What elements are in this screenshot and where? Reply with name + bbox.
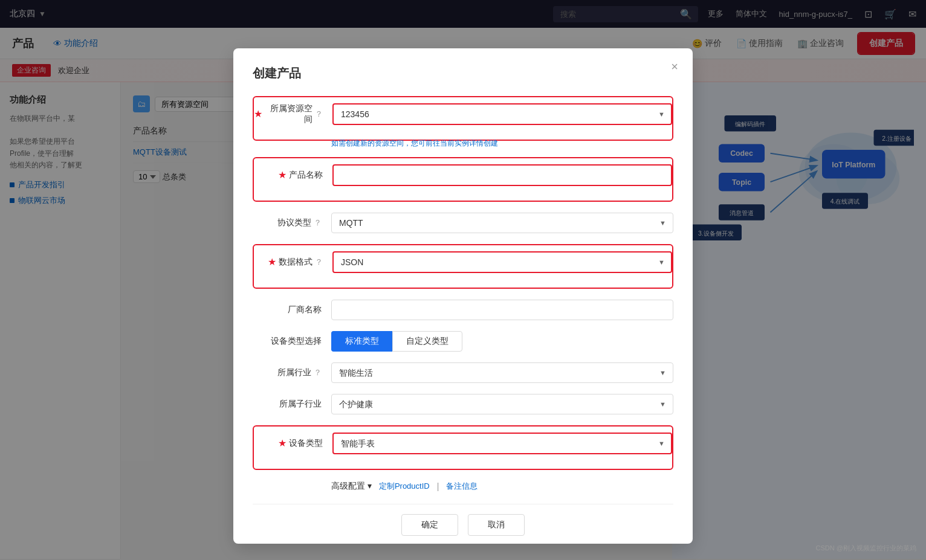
required-star: ★ — [278, 170, 287, 180]
confirm-button[interactable]: 确定 — [401, 514, 458, 536]
help-icon[interactable]: ？ — [314, 217, 322, 228]
device-type-select-row: 设备类型选择 标准类型 自定义类型 — [253, 331, 673, 352]
separator: | — [437, 481, 439, 491]
manufacturer-row: 厂商名称 — [253, 300, 673, 320]
data-format-control: JSON — [332, 251, 672, 273]
manufacturer-input[interactable] — [331, 300, 673, 320]
sub-industry-dropdown[interactable]: 个护健康 — [331, 394, 673, 414]
device-type-toggle-control: 标准类型 自定义类型 — [331, 331, 673, 352]
protocol-type-row: 协议类型 ？ MQTT — [253, 213, 673, 233]
product-name-input[interactable] — [332, 164, 672, 186]
protocol-type-label: 协议类型 ？ — [253, 217, 331, 228]
protocol-select-wrap: MQTT — [331, 213, 673, 233]
modal-overlay: 创建产品 × ★ 所属资源空间 ？ 123456 如需 — [0, 0, 926, 559]
product-name-row: ★ 产品名称 — [254, 164, 672, 186]
sub-industry-control: 个护健康 — [331, 394, 673, 414]
sub-industry-row: 所属子行业 个护健康 — [253, 394, 673, 414]
modal-close-button[interactable]: × — [671, 60, 678, 72]
help-icon[interactable]: ？ — [314, 367, 322, 378]
data-format-label: ★ 数据格式 ？ — [254, 257, 332, 268]
device-type-row: ★ 设备类型 智能手表 — [254, 433, 672, 454]
manufacturer-control — [331, 300, 673, 320]
help-icon[interactable]: ？ — [315, 109, 323, 120]
industry-control: 智能生活 — [331, 362, 673, 383]
industry-row: 所属行业 ？ 智能生活 — [253, 362, 673, 383]
remark-link[interactable]: 备注信息 — [446, 481, 478, 492]
data-format-dropdown[interactable]: JSON — [332, 251, 672, 273]
resource-space-dropdown[interactable]: 123456 — [332, 103, 672, 125]
manufacturer-label: 厂商名称 — [253, 304, 331, 315]
resource-space-row: ★ 所属资源空间 ？ 123456 — [254, 103, 672, 125]
device-type-dropdown[interactable]: 智能手表 — [332, 433, 672, 454]
required-star: ★ — [254, 109, 262, 119]
watermark: CSDN @刚入视频监控行业的菜鸡 — [816, 544, 916, 553]
device-type-label: ★ 设备类型 — [254, 438, 332, 449]
resource-space-control: 123456 — [332, 103, 672, 125]
modal-footer: 确定 取消 — [253, 504, 673, 536]
device-type-toggle-group: 标准类型 自定义类型 — [331, 331, 673, 352]
product-name-label: ★ 产品名称 — [254, 170, 332, 181]
data-format-row: ★ 数据格式 ？ JSON — [254, 251, 672, 273]
device-type-select-label: 设备类型选择 — [253, 336, 331, 347]
resource-space-select-wrap: 123456 — [332, 103, 672, 125]
help-icon[interactable]: ？ — [315, 257, 323, 268]
custom-type-button[interactable]: 自定义类型 — [392, 331, 462, 352]
industry-label: 所属行业 ？ — [253, 367, 331, 378]
create-product-modal: 创建产品 × ★ 所属资源空间 ？ 123456 如需 — [233, 48, 693, 544]
data-format-select-wrap: JSON — [332, 251, 672, 273]
resource-space-label: ★ 所属资源空间 ？ — [254, 103, 332, 125]
sub-industry-label: 所属子行业 — [253, 399, 331, 410]
custom-product-id-link[interactable]: 定制ProductID — [379, 481, 430, 492]
required-star: ★ — [278, 439, 287, 448]
helper-text: 如需创建新的资源空间，您可前往当前实例详情创建 — [331, 138, 673, 149]
helper-link[interactable]: 前往当前实例详情创建 — [426, 139, 498, 147]
standard-type-button[interactable]: 标准类型 — [331, 331, 392, 352]
cancel-button[interactable]: 取消 — [468, 514, 525, 536]
protocol-type-control: MQTT — [331, 213, 673, 233]
protocol-dropdown[interactable]: MQTT — [331, 213, 673, 233]
advanced-config-label: 高级配置 ▾ — [331, 481, 372, 492]
industry-dropdown[interactable]: 智能生活 — [331, 362, 673, 383]
device-type-control: 智能手表 — [332, 433, 672, 454]
sub-industry-select-wrap: 个护健康 — [331, 394, 673, 414]
industry-select-wrap: 智能生活 — [331, 362, 673, 383]
modal-title: 创建产品 — [253, 65, 673, 82]
advanced-config: 高级配置 ▾ 定制ProductID | 备注信息 — [331, 481, 673, 492]
product-name-control — [332, 164, 672, 186]
device-type-select-wrap: 智能手表 — [332, 433, 672, 454]
required-star: ★ — [268, 257, 276, 267]
